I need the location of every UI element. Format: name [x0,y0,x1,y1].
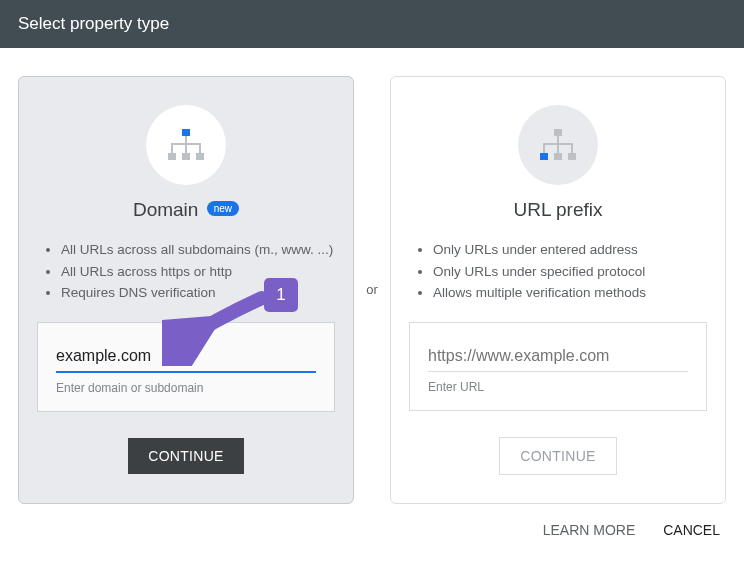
svg-rect-3 [196,153,204,160]
new-badge: new [207,201,239,216]
svg-rect-6 [554,153,562,160]
dialog-title: Select property type [18,14,169,33]
domain-card[interactable]: Domain new All URLs across all subdomain… [18,76,354,504]
url-prefix-card[interactable]: URL prefix Only URLs under entered addre… [390,76,726,504]
list-item: Allows multiple verification methods [433,282,713,304]
dialog-body: Domain new All URLs across all subdomain… [0,48,744,514]
list-item: All URLs across https or http [61,261,341,283]
domain-card-title: Domain new [31,199,341,221]
url-features: Only URLs under entered address Only URL… [403,239,713,304]
url-input[interactable] [428,343,688,372]
url-input-container: Enter URL [409,322,707,411]
domain-input-container: Enter domain or subdomain [37,322,335,412]
list-item: All URLs across all subdomains (m., www.… [61,239,341,261]
svg-rect-4 [554,129,562,136]
domain-continue-button[interactable]: CONTINUE [128,438,244,474]
url-continue-button[interactable]: CONTINUE [499,437,617,475]
svg-rect-2 [182,153,190,160]
svg-rect-0 [182,129,190,136]
list-item: Only URLs under specified protocol [433,261,713,283]
url-card-title: URL prefix [403,199,713,221]
dialog-header: Select property type [0,0,744,48]
learn-more-button[interactable]: LEARN MORE [543,522,636,538]
list-item: Only URLs under entered address [433,239,713,261]
cancel-button[interactable]: CANCEL [663,522,720,538]
svg-rect-5 [540,153,548,160]
domain-input[interactable] [56,343,316,373]
svg-rect-7 [568,153,576,160]
svg-rect-1 [168,153,176,160]
dialog-footer: LEARN MORE CANCEL [0,514,744,538]
sitemap-icon [518,105,598,185]
domain-features: All URLs across all subdomains (m., www.… [31,239,341,304]
sitemap-icon [146,105,226,185]
or-separator: or [354,76,390,504]
list-item: Requires DNS verification [61,282,341,304]
url-input-hint: Enter URL [428,380,688,394]
domain-input-hint: Enter domain or subdomain [56,381,316,395]
